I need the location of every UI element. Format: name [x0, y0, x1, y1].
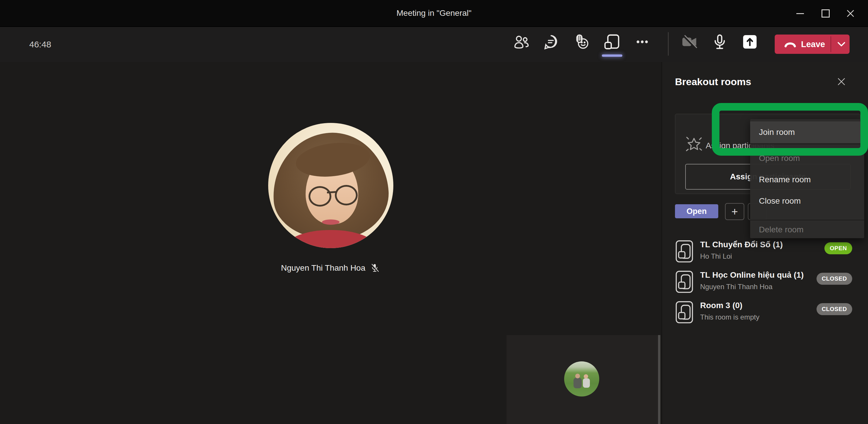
close-icon — [836, 77, 846, 87]
sparkle-star-icon — [683, 133, 705, 156]
teams-meeting-window: Meeting in "General" 46:48 — [0, 0, 868, 424]
avatar-glasses — [309, 186, 331, 207]
minimize-icon — [796, 13, 804, 14]
maximize-icon — [822, 9, 830, 18]
camera-off-icon — [680, 32, 699, 52]
active-tool-underline — [602, 54, 622, 57]
room-title: Room 3 (0) — [700, 301, 743, 310]
share-icon — [741, 32, 759, 51]
reactions-icon — [572, 33, 590, 51]
room-row[interactable]: TL Chuyển Đổi Số (1) Ho Thi Loi OPEN — [675, 238, 854, 266]
leave-button-divider — [831, 36, 831, 52]
avatar-smile — [322, 219, 340, 225]
menu-item-rename-room[interactable]: Rename room — [750, 169, 864, 190]
room-context-menu: Join room Open room Rename room Close ro… — [750, 119, 864, 238]
leave-button[interactable]: Leave — [775, 34, 849, 54]
scrollbar[interactable] — [658, 335, 660, 424]
open-rooms-button[interactable]: Open — [675, 204, 718, 218]
more-icon — [634, 33, 651, 50]
mic-button[interactable] — [709, 31, 731, 53]
chat-icon — [541, 33, 560, 51]
camera-off-button[interactable] — [679, 31, 701, 53]
room-title: TL Chuyển Đổi Số (1) — [700, 240, 783, 249]
participant-name-row: Nguyen Thi Thanh Hoa — [275, 263, 386, 273]
participant-name: Nguyen Thi Thanh Hoa — [281, 263, 366, 273]
leave-label: Leave — [801, 39, 825, 49]
meeting-toolbar — [0, 27, 868, 63]
more-options-button[interactable] — [631, 31, 653, 53]
participant-avatar — [268, 123, 393, 248]
breakout-rooms-icon — [603, 33, 621, 51]
room-row[interactable]: Room 3 (0) This room is empty CLOSED — [675, 299, 854, 327]
leave-options-button[interactable] — [833, 34, 849, 54]
room-status-badge: CLOSED — [816, 273, 852, 285]
close-icon — [846, 9, 855, 18]
title-bar: Meeting in "General" — [0, 0, 868, 27]
menu-item-join-room[interactable]: Join room — [750, 121, 864, 143]
menu-item-delete-room: Delete room — [750, 221, 864, 238]
mic-off-icon — [369, 263, 380, 273]
chat-button[interactable] — [539, 31, 562, 53]
self-avatar — [564, 361, 599, 396]
room-subtitle: Nguyen Thi Thanh Hoa — [700, 283, 772, 291]
menu-item-open-room: Open room — [750, 148, 864, 169]
breakout-room-icon — [675, 270, 694, 293]
chevron-down-icon — [837, 41, 846, 48]
meeting-timer: 46:48 — [29, 27, 51, 62]
mic-icon — [711, 33, 729, 51]
self-view-tile[interactable] — [506, 335, 659, 424]
room-status-badge: OPEN — [825, 242, 852, 254]
breakout-rooms-button[interactable] — [601, 31, 623, 53]
menu-item-close-room[interactable]: Close room — [750, 190, 864, 212]
room-status-badge: CLOSED — [816, 303, 852, 315]
close-window-button[interactable] — [842, 6, 859, 21]
menu-separator — [750, 220, 864, 220]
reactions-button[interactable] — [570, 31, 592, 53]
breakout-room-icon — [675, 301, 694, 324]
participants-icon — [513, 33, 530, 51]
room-subtitle: Ho Thi Loi — [700, 252, 732, 261]
panel-title: Breakout rooms — [675, 76, 751, 88]
close-panel-button[interactable] — [834, 74, 849, 89]
room-row[interactable]: TL Học Online hiệu quả (1) Nguyen Thi Th… — [675, 268, 854, 296]
breakout-room-icon — [675, 240, 694, 263]
window-title: Meeting in "General" — [0, 0, 868, 26]
maximize-button[interactable] — [817, 6, 834, 21]
participants-button[interactable] — [510, 31, 532, 53]
hang-up-icon — [783, 38, 797, 50]
toolbar-divider — [668, 32, 669, 56]
room-subtitle: This room is empty — [700, 313, 760, 321]
avatar-glasses — [335, 185, 358, 205]
room-title: TL Học Online hiệu quả (1) — [700, 270, 804, 280]
share-button[interactable] — [739, 31, 761, 53]
add-room-button[interactable]: + — [725, 203, 744, 220]
minimize-button[interactable] — [792, 6, 808, 21]
menu-separator — [750, 144, 864, 144]
